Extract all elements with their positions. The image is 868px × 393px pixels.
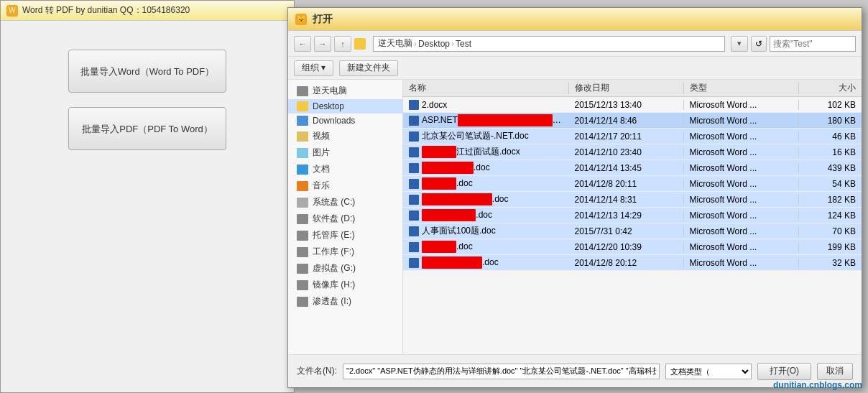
file-row[interactable]: 代码规范.doc 2014/12/20 10:39 Microsoft Word… bbox=[403, 239, 862, 255]
file-name: 2.docx bbox=[422, 100, 447, 110]
file-icon bbox=[409, 242, 419, 252]
sidebar-label-video: 视频 bbox=[313, 130, 330, 142]
sidebar-item-doc[interactable]: 文档 bbox=[288, 161, 402, 177]
organize-label: 组织 ▾ bbox=[302, 62, 326, 74]
file-date: 2014/12/10 23:40 bbox=[569, 147, 684, 157]
file-list-container: 名称 修改日期 类型 大小 2.docx 2015/12/13 13:40 Mi… bbox=[403, 80, 862, 354]
file-row[interactable]: ASP.NET核心技术.doc 2014/12/14 8:31 Microsof… bbox=[403, 192, 862, 208]
sidebar-item-video[interactable]: 视频 bbox=[288, 128, 402, 144]
file-row[interactable]: 北京某公司笔试题-.NET.doc 2014/12/17 20:11 Micro… bbox=[403, 129, 862, 144]
sidebar-label-downloads: Downloads bbox=[313, 116, 355, 126]
sidebar-label-drive-i: 渗透盘 (I:) bbox=[313, 295, 351, 308]
drive-e-icon bbox=[297, 231, 308, 241]
dialog-icon: 🐱 bbox=[295, 14, 307, 25]
breadcrumb-bar[interactable]: 逆天电脑 › Desktop › Test bbox=[373, 36, 725, 52]
file-icon bbox=[409, 116, 419, 126]
sidebar-item-drive-f[interactable]: 工作库 (F:) bbox=[288, 244, 402, 260]
file-row[interactable]: ASP.NET伪静态的用法与详细讲解.doc 2014/12/14 8:46 M… bbox=[403, 113, 862, 129]
new-folder-button[interactable]: 新建文件夹 bbox=[339, 60, 398, 76]
watermark: dunitian.cnblogs.com bbox=[773, 380, 862, 390]
sidebar-item-drive-c[interactable]: 系统盘 (C:) bbox=[288, 194, 402, 211]
file-row[interactable]: 2.docx 2015/12/13 13:40 Microsoft Word .… bbox=[403, 97, 862, 113]
file-type: Microsoft Word ... bbox=[684, 116, 799, 126]
file-row[interactable]: WEB前端题目.doc 2014/12/13 14:29 Microsoft W… bbox=[403, 208, 862, 223]
doc-icon bbox=[297, 165, 308, 175]
sidebar-item-drive-g[interactable]: 虚拟盘 (G:) bbox=[288, 260, 402, 277]
breadcrumb-test: Test bbox=[456, 39, 471, 49]
drive-f-icon bbox=[297, 247, 308, 257]
file-type: Microsoft Word ... bbox=[684, 211, 799, 221]
file-size: 180 KB bbox=[799, 116, 862, 126]
file-size: 46 KB bbox=[799, 131, 862, 142]
file-size: 70 KB bbox=[799, 226, 862, 236]
file-icon bbox=[409, 163, 419, 173]
drive-d-icon bbox=[297, 214, 308, 224]
file-name: 互联网个人简历.doc bbox=[422, 256, 499, 269]
file-date: 2014/12/13 14:29 bbox=[569, 211, 684, 221]
sidebar-item-picture[interactable]: 图片 bbox=[288, 144, 402, 161]
file-icon bbox=[409, 195, 419, 205]
bg-app-title: Word 转 PDF by dunitian QQ：1054186320 bbox=[22, 4, 190, 17]
file-date: 2014/12/14 13:45 bbox=[569, 163, 684, 173]
file-name: 代码规范.doc bbox=[422, 241, 473, 253]
file-date: 2014/12/20 10:39 bbox=[569, 242, 684, 252]
file-row[interactable]: 人事面试100题.doc 2015/7/31 0:42 Microsoft Wo… bbox=[403, 223, 862, 239]
file-type: Microsoft Word ... bbox=[684, 179, 799, 189]
file-icon bbox=[409, 226, 419, 236]
word-to-pdf-button[interactable]: 批量导入Word（Word To PDF） bbox=[68, 50, 226, 93]
breadcrumb-desktop: Desktop bbox=[418, 39, 450, 49]
file-row[interactable]: 高瑞科技江过面试题.docx 2014/12/10 23:40 Microsof… bbox=[403, 144, 862, 160]
dialog-title: 打开 bbox=[313, 13, 333, 26]
up-button[interactable]: ↑ bbox=[334, 36, 351, 52]
left-panel-drives bbox=[1, 245, 144, 251]
file-row[interactable]: 互联网个人简历.doc 2014/12/8 20:12 Microsoft Wo… bbox=[403, 255, 862, 271]
sidebar-label-drive-e: 托管库 (E:) bbox=[313, 229, 355, 241]
file-type: Microsoft Word ... bbox=[684, 242, 799, 252]
file-name: WEB前端题目.doc bbox=[422, 209, 492, 221]
back-button[interactable]: ← bbox=[294, 36, 311, 52]
left-sidebar: 逆天电脑 Desktop Downloads 视频 图片 文档 bbox=[288, 80, 403, 354]
downloads-icon bbox=[297, 116, 308, 126]
sidebar-label-music: 音乐 bbox=[313, 180, 330, 192]
sidebar-item-computer[interactable]: 逆天电脑 bbox=[288, 83, 402, 99]
search-input[interactable] bbox=[770, 36, 856, 52]
file-icon bbox=[409, 100, 419, 110]
header-type[interactable]: 类型 bbox=[684, 82, 799, 94]
file-row[interactable]: 简单介绍.doc 2014/12/8 20:11 Microsoft Word … bbox=[403, 176, 862, 192]
sidebar-label-drive-d: 软件盘 (D:) bbox=[313, 213, 355, 225]
dropdown-arrow-button[interactable]: ▾ bbox=[731, 36, 748, 52]
header-date[interactable]: 修改日期 bbox=[569, 82, 684, 94]
sidebar-label-doc: 文档 bbox=[313, 163, 330, 175]
open-button[interactable]: 打开(O) bbox=[757, 363, 811, 380]
open-label: 打开(O) bbox=[770, 366, 799, 376]
sidebar-label-drive-g: 虚拟盘 (G:) bbox=[313, 262, 356, 274]
bg-app-titlebar: W Word 转 PDF by dunitian QQ：1054186320 bbox=[1, 1, 294, 21]
file-date: 2014/12/14 8:46 bbox=[569, 116, 684, 126]
organize-button[interactable]: 组织 ▾ bbox=[294, 60, 333, 76]
forward-button[interactable]: → bbox=[314, 36, 331, 52]
pdf-to-word-button[interactable]: 批量导入PDF（PDF To Word） bbox=[68, 107, 226, 150]
sidebar-item-music[interactable]: 音乐 bbox=[288, 177, 402, 194]
sidebar-item-downloads[interactable]: Downloads bbox=[288, 114, 402, 128]
refresh-button[interactable]: ↺ bbox=[751, 36, 767, 52]
sidebar-item-desktop[interactable]: Desktop bbox=[288, 99, 402, 114]
header-size[interactable]: 大小 bbox=[799, 82, 862, 94]
drive-g-icon bbox=[297, 264, 308, 274]
filename-input[interactable] bbox=[343, 364, 660, 379]
music-icon bbox=[297, 181, 308, 191]
sidebar-item-drive-d[interactable]: 软件盘 (D:) bbox=[288, 211, 402, 227]
cancel-button[interactable]: 取消 bbox=[817, 363, 853, 380]
header-name[interactable]: 名称 bbox=[403, 82, 569, 94]
file-icon bbox=[409, 147, 419, 157]
file-date: 2015/7/31 0:42 bbox=[569, 226, 684, 236]
sidebar-item-drive-h[interactable]: 镜像库 (H:) bbox=[288, 277, 402, 293]
sidebar-item-drive-e[interactable]: 托管库 (E:) bbox=[288, 227, 402, 244]
filetype-select[interactable]: 文档类型（ bbox=[665, 364, 752, 379]
file-row[interactable]: 佛山面试准备.doc 2014/12/14 13:45 Microsoft Wo… bbox=[403, 160, 862, 176]
sidebar-item-drive-i[interactable]: 渗透盘 (I:) bbox=[288, 293, 402, 310]
file-icon bbox=[409, 179, 419, 189]
sidebar-label-drive-h: 镜像库 (H:) bbox=[313, 279, 355, 291]
file-type: Microsoft Word ... bbox=[684, 163, 799, 173]
file-date: 2014/12/14 8:31 bbox=[569, 195, 684, 205]
file-name: 人事面试100题.doc bbox=[422, 225, 496, 237]
